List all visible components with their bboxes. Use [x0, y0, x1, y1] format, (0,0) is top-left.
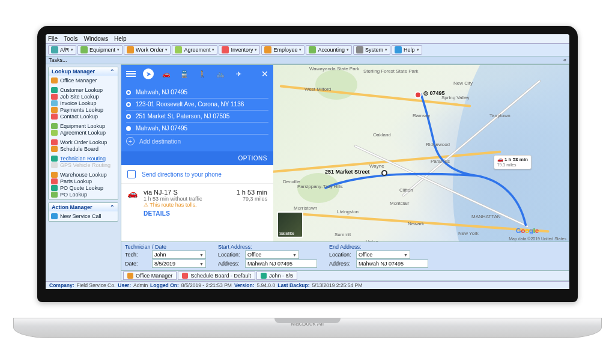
toolbar-work-order[interactable]: Work Order▾: [124, 45, 171, 55]
add-destination[interactable]: +Add destination: [126, 135, 268, 148]
window-tab[interactable]: Office Manager: [123, 271, 177, 280]
sidebar-item-label: Parts Lookup: [60, 178, 92, 184]
stop-text: 123-01 Roosevelt Ave, Corona, NY 1136: [136, 101, 244, 108]
status-value: Field Service Co.: [77, 282, 116, 288]
form-heading: Start Address:: [218, 244, 317, 250]
chevron-down-icon: ▼: [199, 262, 204, 266]
sidebar-item-job-site-lookup[interactable]: Job Site Lookup: [51, 94, 115, 100]
send-label: Send directions to your phone: [142, 171, 222, 178]
map-label: Ramsey: [413, 113, 430, 118]
toolbar-system[interactable]: System▾: [353, 45, 390, 55]
sidebar-item-label: Payments Lookup: [60, 107, 103, 113]
window-tab[interactable]: John - 8/5: [256, 271, 297, 280]
map-view[interactable]: ‹: [273, 65, 569, 241]
sidebar-item-warehouse-lookup[interactable]: Warehouse Lookup: [51, 172, 115, 178]
status-label: User:: [118, 282, 131, 288]
sidebar-item-label: Equipment Lookup: [60, 123, 105, 129]
route-subtitle: 1 h 53 min without traffic: [144, 196, 231, 202]
collapse-icon[interactable]: ⌃: [110, 68, 115, 74]
map-label: Newark: [408, 221, 424, 226]
stop-text: 251 Market St, Paterson, NJ 07505: [136, 113, 229, 120]
form-heading: Technician / Date: [125, 244, 206, 250]
sidebar-item-po-lookup[interactable]: PO Lookup: [51, 192, 115, 198]
sidebar-item-label: Job Site Lookup: [60, 94, 99, 100]
details-button[interactable]: DETAILS: [144, 210, 231, 217]
send-to-phone[interactable]: Send directions to your phone: [121, 165, 273, 184]
map-label: MANHATTAN: [471, 214, 501, 219]
mode-walk[interactable]: 🚶: [197, 68, 208, 79]
stop-row[interactable]: 123-01 Roosevelt Ave, Corona, NY 1136: [126, 99, 268, 111]
end-address-input[interactable]: Mahwah NJ 07495: [356, 259, 428, 268]
window-tab[interactable]: Schedule Board - Default: [178, 271, 255, 280]
options-button[interactable]: OPTIONS: [121, 151, 273, 165]
sidebar-item-parts-lookup[interactable]: Parts Lookup: [51, 178, 115, 184]
map-label: Wawayanda State Park: [309, 66, 359, 71]
sidebar-item-payments-lookup[interactable]: Payments Lookup: [51, 107, 115, 113]
start-location-select[interactable]: Office▼: [245, 250, 299, 259]
action-manager-header[interactable]: Action Manager ⌃: [49, 203, 118, 211]
tasks-bar[interactable]: Tasks... «: [46, 56, 569, 64]
sidebar-item-schedule-board[interactable]: Schedule Board: [51, 146, 115, 152]
technician-form: Technician / Date Tech:John▼ Date:8/5/20…: [121, 241, 569, 270]
sidebar-item-new-service-call[interactable]: New Service Call: [51, 213, 115, 219]
sidebar-item-agreement-lookup[interactable]: Agreement Lookup: [51, 130, 115, 136]
sidebar-item-work-order-lookup[interactable]: Work Order Lookup: [51, 139, 115, 145]
route-badge: 🚗 1 h 53 min 79.3 miles: [494, 155, 532, 169]
mode-best[interactable]: ➤: [143, 68, 154, 79]
toolbar-agreement[interactable]: Agreement▾: [172, 45, 217, 55]
sidebar-item-label: Customer Lookup: [60, 87, 103, 93]
menu-windows[interactable]: Windows: [83, 35, 108, 42]
tool-icon: [80, 46, 88, 53]
sidebar-item-contact-lookup[interactable]: Contact Lookup: [51, 114, 115, 120]
tech-select[interactable]: John▼: [152, 250, 206, 259]
chevron-left-icon[interactable]: «: [563, 57, 566, 63]
toolbar-accounting[interactable]: Accounting▾: [306, 45, 352, 55]
panel-title: Action Manager: [52, 204, 92, 210]
sidebar-item-label: Agreement Lookup: [60, 130, 106, 136]
stop-row[interactable]: Mahwah, NJ 07495: [126, 86, 268, 99]
window-tabs: Office ManagerSchedule Board - DefaultJo…: [121, 270, 569, 281]
sidebar-item-po-quote-lookup[interactable]: PO Quote Lookup: [51, 185, 115, 191]
mode-drive[interactable]: 🚗: [161, 68, 172, 79]
form-heading: End Address:: [329, 244, 428, 250]
sidebar-item-equipment-lookup[interactable]: Equipment Lookup: [51, 123, 115, 129]
menu-file[interactable]: File: [48, 35, 58, 42]
sidebar-item-technician-routing[interactable]: Technician Routing: [51, 156, 115, 162]
chevron-down-icon: ▾: [255, 47, 257, 52]
tool-icon: [127, 46, 134, 53]
route-distance: 79,3 miles: [237, 196, 267, 202]
start-address-input[interactable]: Mahwah NJ 07495: [245, 259, 317, 268]
date-select[interactable]: 8/5/2019▼: [152, 259, 206, 268]
stop-row[interactable]: 251 Market St, Paterson, NJ 07505: [126, 111, 268, 123]
route-card[interactable]: 🚗 via NJ-17 S 1 h 53 min without traffic…: [121, 184, 273, 222]
toolbar-inventory[interactable]: Inventory▾: [219, 45, 260, 55]
lookup-manager-header[interactable]: Lookup Manager ⌃: [49, 67, 118, 76]
action-body: New Service Call: [49, 211, 118, 221]
mode-flight[interactable]: ✈: [233, 68, 244, 79]
menu-tools[interactable]: Tools: [64, 35, 77, 42]
satellite-toggle[interactable]: Satellite: [277, 211, 303, 238]
tool-label: Accounting: [318, 47, 345, 53]
form-row: Tech:John▼: [125, 250, 206, 259]
close-icon[interactable]: ✕: [261, 69, 268, 79]
end-location-select[interactable]: Office▼: [356, 250, 410, 259]
mode-bike[interactable]: 🚲: [215, 68, 226, 79]
collapse-icon[interactable]: ⌃: [110, 204, 115, 210]
mode-transit[interactable]: 🚆: [179, 68, 190, 79]
main-toolbar: A/R▾Equipment▾Work Order▾Agreement▾Inven…: [46, 44, 569, 56]
toolbar-a/r[interactable]: A/R▾: [48, 45, 76, 55]
tab-label: Office Manager: [136, 273, 172, 279]
hamburger-icon[interactable]: [126, 71, 136, 77]
map-container: ➤ 🚗 🚆 🚶 🚲 ✈ ✕ Mahwah, NJ: [121, 65, 569, 241]
status-value: 8/5/2019 - 2:21:53 PM: [181, 282, 232, 288]
toolbar-help[interactable]: Help▾: [392, 45, 422, 55]
sidebar-item-office-manager[interactable]: Office Manager: [51, 77, 115, 83]
sidebar-item-gps-vehicle-routing[interactable]: GPS Vehicle Routing: [51, 162, 115, 168]
stop-text: Mahwah, NJ 07495: [136, 125, 187, 132]
stop-row[interactable]: Mahwah, NJ 07495: [126, 123, 268, 135]
toolbar-equipment[interactable]: Equipment▾: [77, 45, 123, 55]
menu-help[interactable]: Help: [114, 35, 127, 42]
sidebar-item-invoice-lookup[interactable]: Invoice Lookup: [51, 100, 115, 106]
sidebar-item-customer-lookup[interactable]: Customer Lookup: [51, 87, 115, 93]
toolbar-employee[interactable]: Employee▾: [261, 45, 304, 55]
